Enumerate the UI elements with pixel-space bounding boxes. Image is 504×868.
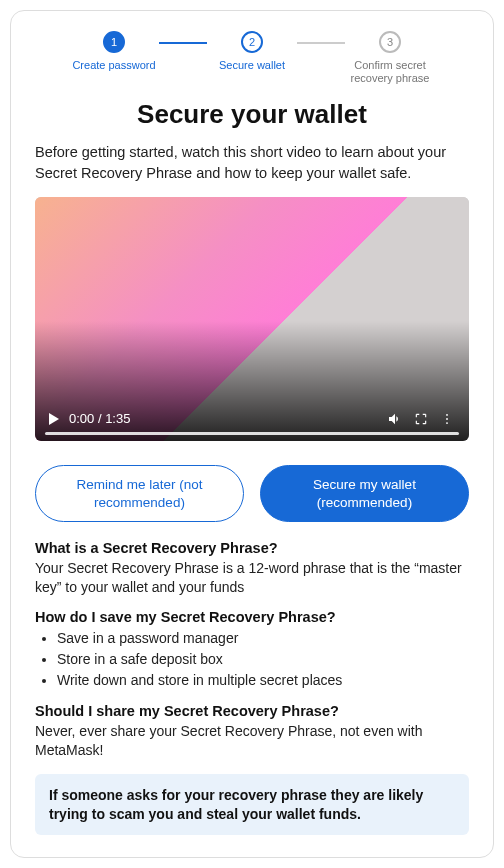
- step-3-circle: 3: [379, 31, 401, 53]
- faq-q3: Should I share my Secret Recovery Phrase…: [35, 703, 469, 719]
- list-item: Store in a safe deposit box: [57, 649, 469, 670]
- step-3-label: Confirm secret recovery phrase: [345, 59, 435, 85]
- action-row: Remind me later (not recommended) Secure…: [35, 465, 469, 522]
- intro-text: Before getting started, watch this short…: [35, 142, 469, 183]
- step-1-circle: 1: [103, 31, 125, 53]
- list-item: Write down and store in multiple secret …: [57, 670, 469, 691]
- step-1: 1 Create password: [69, 31, 159, 72]
- video-time: 0:00 / 1:35: [69, 411, 130, 426]
- video-progress[interactable]: [45, 432, 459, 435]
- fullscreen-icon[interactable]: [413, 411, 429, 427]
- page-title: Secure your wallet: [35, 99, 469, 130]
- faq-section: What is a Secret Recovery Phrase? Your S…: [35, 540, 469, 760]
- faq-a3: Never, ever share your Secret Recovery P…: [35, 722, 469, 760]
- secure-wallet-button[interactable]: Secure my wallet (recommended): [260, 465, 469, 522]
- play-icon[interactable]: [49, 413, 59, 425]
- step-1-label: Create password: [72, 59, 155, 72]
- connector-2-3: [297, 42, 345, 44]
- faq-q2: How do I save my Secret Recovery Phrase?: [35, 609, 469, 625]
- svg-point-0: [446, 414, 448, 416]
- faq-q1: What is a Secret Recovery Phrase?: [35, 540, 469, 556]
- faq-a2-list: Save in a password manager Store in a sa…: [57, 628, 469, 691]
- video-player[interactable]: 0:00 / 1:35: [35, 197, 469, 441]
- svg-point-1: [446, 418, 448, 420]
- connector-1-2: [159, 42, 207, 44]
- onboarding-card: 1 Create password 2 Secure wallet 3 Conf…: [10, 10, 494, 858]
- step-3: 3 Confirm secret recovery phrase: [345, 31, 435, 85]
- svg-point-2: [446, 422, 448, 424]
- step-2-circle: 2: [241, 31, 263, 53]
- step-2-label: Secure wallet: [219, 59, 285, 72]
- step-2: 2 Secure wallet: [207, 31, 297, 72]
- stepper: 1 Create password 2 Secure wallet 3 Conf…: [35, 31, 469, 85]
- list-item: Save in a password manager: [57, 628, 469, 649]
- remind-later-button[interactable]: Remind me later (not recommended): [35, 465, 244, 522]
- scam-warning: If someone asks for your recovery phrase…: [35, 774, 469, 836]
- faq-a1: Your Secret Recovery Phrase is a 12-word…: [35, 559, 469, 597]
- more-icon[interactable]: [439, 411, 455, 427]
- volume-icon[interactable]: [387, 411, 403, 427]
